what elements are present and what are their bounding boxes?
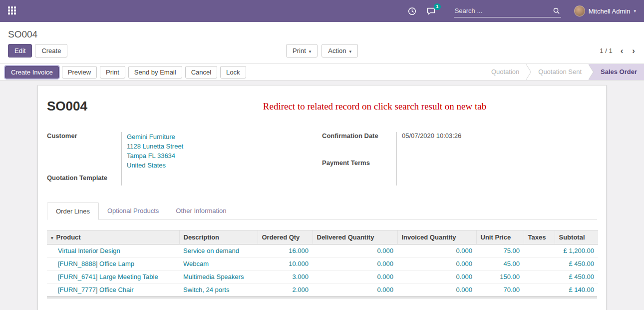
- pager-value: 1 / 1: [600, 47, 612, 54]
- control-panel-center: Print▾ Action▾: [286, 44, 358, 58]
- column-header-invoiced-quantity[interactable]: Invoiced Quantity: [397, 230, 476, 244]
- edit-button[interactable]: Edit: [8, 44, 32, 58]
- column-header-delivered-quantity[interactable]: Delivered Quantity: [313, 230, 397, 244]
- payment-terms-value[interactable]: [397, 159, 597, 186]
- cell-invoiced-qty: 0.000: [397, 258, 476, 270]
- print-button[interactable]: Print: [100, 66, 125, 78]
- tab-other-information[interactable]: Other Information: [167, 202, 235, 220]
- state-quotation[interactable]: Quotation: [479, 64, 526, 80]
- quotation-template-label: Quotation Template: [47, 174, 122, 186]
- column-header-subtotal[interactable]: Subtotal: [555, 230, 598, 244]
- column-header-unit-price[interactable]: Unit Price: [476, 230, 524, 244]
- avatar: [574, 6, 585, 16]
- cell-subtotal: £ 1,200.00: [555, 244, 598, 258]
- customer-country: United States: [127, 160, 322, 170]
- cell-taxes: [524, 244, 555, 258]
- sort-caret-icon[interactable]: ▾: [51, 236, 53, 240]
- statusbar-buttons: Create Invoice Preview Print Send by Ema…: [5, 66, 246, 78]
- action-dropdown-label: Action: [328, 47, 346, 54]
- cell-description: Multimedia Speakers: [179, 270, 258, 284]
- cell-delivered-qty: 0.000: [313, 284, 397, 296]
- preview-button[interactable]: Preview: [62, 66, 97, 78]
- customer-street: 1128 Lunetta Street: [127, 142, 322, 151]
- field-customer: Customer Gemini Furniture 1128 Lunetta S…: [47, 132, 322, 174]
- field-quotation-template: Quotation Template: [47, 174, 322, 186]
- column-header-description[interactable]: Description: [179, 230, 258, 244]
- pager-next-button[interactable]: ›: [631, 46, 636, 56]
- order-line-row[interactable]: [FURN_6741] Large Meeting Table Multimed…: [47, 270, 598, 284]
- field-payment-terms: Payment Terms: [322, 159, 597, 186]
- activities-clock-icon[interactable]: [408, 7, 416, 16]
- top-navbar: 1 Mitchell Admin ▾: [0, 0, 644, 22]
- apps-menu-icon[interactable]: [8, 6, 17, 16]
- cell-description: Webcam: [179, 258, 258, 270]
- column-header-taxes[interactable]: Taxes: [524, 230, 555, 244]
- tab-optional-products[interactable]: Optional Products: [99, 202, 167, 220]
- order-line-row[interactable]: Virtual Interior Design Service on deman…: [47, 244, 598, 258]
- sheet-header: SO004 Redirect to related record on clic…: [47, 98, 597, 114]
- quotation-template-value[interactable]: [122, 174, 322, 186]
- cell-unit-price: 70.00: [476, 284, 524, 296]
- create-invoice-button[interactable]: Create Invoice: [5, 66, 59, 78]
- caret-down-icon: ▾: [634, 8, 636, 14]
- state-label: Quotation: [491, 68, 519, 76]
- column-label: Product: [56, 234, 81, 241]
- column-header-ordered-qty[interactable]: Ordered Qty: [258, 230, 313, 244]
- cell-description: Switch, 24 ports: [179, 284, 258, 296]
- cell-delivered-qty: 0.000: [313, 270, 397, 284]
- search-input[interactable]: [454, 5, 561, 18]
- cell-ordered-qty: 2.000: [258, 284, 313, 296]
- state-sales-order[interactable]: Sales Order: [589, 64, 644, 80]
- cell-subtotal: £ 450.00: [555, 270, 598, 284]
- lock-button[interactable]: Lock: [220, 66, 246, 78]
- create-button[interactable]: Create: [35, 44, 67, 58]
- order-line-row[interactable]: [FURN_8888] Office Lamp Webcam 10.000 0.…: [47, 258, 598, 270]
- cell-taxes: [524, 284, 555, 296]
- cell-subtotal: £ 140.00: [555, 284, 598, 296]
- order-line-row[interactable]: [FURN_7777] Office Chair Switch, 24 port…: [47, 284, 598, 296]
- column-header-product[interactable]: ▾Product: [47, 230, 179, 244]
- pager-previous-button[interactable]: ‹: [620, 46, 625, 56]
- action-dropdown[interactable]: Action▾: [322, 44, 358, 58]
- confirmation-date-value: 05/07/2020 10:03:26: [397, 132, 597, 159]
- notebook-tabs: Order Lines Optional Products Other Info…: [47, 202, 597, 220]
- user-menu[interactable]: Mitchell Admin ▾: [574, 6, 636, 16]
- cell-taxes: [524, 270, 555, 284]
- field-group-right: Confirmation Date 05/07/2020 10:03:26 Pa…: [322, 132, 597, 186]
- customer-value: Gemini Furniture 1128 Lunetta Street Tam…: [122, 132, 322, 174]
- user-name: Mitchell Admin: [589, 8, 631, 15]
- payment-terms-label: Payment Terms: [322, 159, 397, 186]
- cell-unit-price: 150.00: [476, 270, 524, 284]
- state-label: Sales Order: [601, 68, 637, 76]
- cell-product: [FURN_8888] Office Lamp: [47, 258, 179, 270]
- statusbar-states: Quotation Quotation Sent Sales Order: [479, 64, 644, 80]
- cell-product: Virtual Interior Design: [47, 244, 179, 258]
- customer-city: Tampa FL 33634: [127, 151, 322, 160]
- cell-description: Service on demand: [179, 244, 258, 258]
- state-quotation-sent[interactable]: Quotation Sent: [526, 64, 589, 80]
- message-count-badge: 1: [434, 4, 441, 10]
- caret-down-icon: ▾: [349, 49, 351, 54]
- form-view-background: SO004 Redirect to related record on clic…: [0, 80, 644, 310]
- tab-order-lines[interactable]: Order Lines: [47, 202, 99, 220]
- table-header-row: ▾Product Description Ordered Qty Deliver…: [47, 230, 598, 244]
- messages-icon[interactable]: 1: [426, 7, 436, 15]
- control-panel: Edit Create Print▾ Action▾ 1 / 1 ‹ ›: [0, 43, 644, 64]
- cell-unit-price: 45.00: [476, 258, 524, 270]
- cell-product: [FURN_7777] Office Chair: [47, 284, 179, 296]
- cell-delivered-qty: 0.000: [313, 244, 397, 258]
- breadcrumb: SO004: [0, 22, 644, 43]
- cancel-button[interactable]: Cancel: [185, 66, 217, 78]
- search-icon[interactable]: [553, 7, 560, 16]
- confirmation-date-label: Confirmation Date: [322, 132, 397, 159]
- send-by-email-button[interactable]: Send by Email: [128, 66, 182, 78]
- statusbar: Create Invoice Preview Print Send by Ema…: [0, 64, 644, 80]
- cell-invoiced-qty: 0.000: [397, 270, 476, 284]
- cell-ordered-qty: 10.000: [258, 258, 313, 270]
- annotation-text: Redirect to related record on click sear…: [87, 98, 597, 112]
- customer-name-link[interactable]: Gemini Furniture: [127, 132, 322, 142]
- record-title: SO004: [47, 98, 87, 114]
- cell-delivered-qty: 0.000: [313, 258, 397, 270]
- cell-product: [FURN_6741] Large Meeting Table: [47, 270, 179, 284]
- print-dropdown[interactable]: Print▾: [286, 44, 318, 58]
